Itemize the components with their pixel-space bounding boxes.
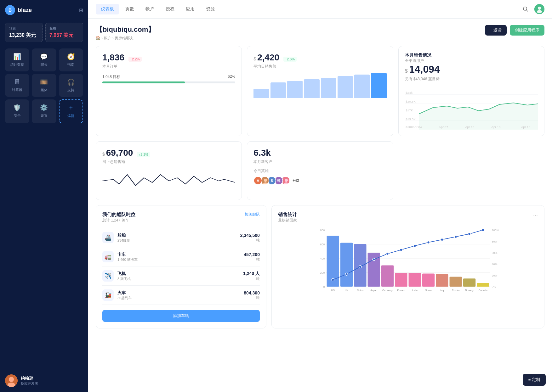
truck-icon: 🚛: [102, 251, 114, 262]
truck-count: 1,460 辆卡车: [117, 257, 244, 262]
page-title-section: 【biqubiqu.com】 🏠 › 帐户 › 奥弗维耶夫: [96, 25, 155, 41]
sales-card-title-section: 本月销售情况 全渠道用户: [405, 53, 431, 64]
svg-text:$13.5K: $13.5K: [406, 117, 416, 120]
sidebar-logo: B blaze ⊞: [5, 5, 83, 15]
page-title: 【biqubiqu.com】: [96, 25, 155, 34]
svg-text:UK: UK: [345, 289, 349, 292]
sidebar-item-chat[interactable]: 💬 聊天: [32, 48, 56, 71]
svg-point-69: [332, 278, 334, 281]
chat-label: 聊天: [41, 62, 48, 67]
svg-text:400: 400: [320, 257, 325, 260]
customers-value: 6.3k: [253, 148, 271, 158]
svg-text:US: US: [331, 289, 335, 292]
sales-title: 本月销售情况: [405, 53, 431, 58]
chart-header: 销售统计 最畅销国家 ···: [278, 212, 538, 223]
tab-apps[interactable]: 应用: [181, 4, 200, 14]
sidebar-item-media[interactable]: 🎞️ 媒体: [32, 74, 56, 97]
fleet-item-truck: 🚛 卡车 1,460 辆卡车 457,200 吨: [102, 247, 260, 266]
svg-point-1: [9, 377, 14, 382]
train-unit: 吨: [244, 295, 260, 300]
plane-value: 1,240 人 吨: [243, 271, 260, 281]
fleet-title: 我们的船队吨位: [102, 212, 135, 218]
tab-pages[interactable]: 页数: [120, 4, 139, 14]
sales-amount: 14,094: [409, 64, 440, 75]
svg-text:Italy: Italy: [440, 289, 444, 292]
search-button[interactable]: [521, 4, 531, 14]
hero-avatar-1: A: [253, 176, 262, 185]
expense-label: 花费: [49, 26, 79, 31]
tab-resources[interactable]: 资源: [201, 4, 220, 14]
page-header: 【biqubiqu.com】 🏠 › 帐户 › 奥弗维耶夫 + 邀请 创建应用程…: [96, 25, 544, 41]
sidebar-item-compass[interactable]: 🧭 指南: [59, 48, 83, 71]
user-more-icon[interactable]: ⋯: [78, 378, 83, 384]
add-vehicle-button[interactable]: 添加车辆: [102, 310, 260, 322]
fleet-item-train: 🚂 火车 36趟列车 804,300 吨: [102, 286, 260, 305]
create-app-button[interactable]: 创建应用程序: [510, 25, 544, 36]
sidebar-item-add[interactable]: + 添新: [59, 99, 83, 123]
sidebar-item-calculator[interactable]: 🖩 计算器: [5, 74, 29, 97]
svg-point-72: [373, 258, 375, 261]
svg-point-24: [264, 179, 267, 182]
train-value: 804,300 吨: [244, 290, 260, 300]
chart-title-section: 销售统计 最畅销国家: [278, 212, 297, 223]
invite-button[interactable]: + 邀请: [485, 25, 507, 36]
train-icon: 🚂: [102, 289, 114, 301]
train-count: 36趟列车: [117, 296, 244, 300]
heroes-count: +42: [293, 178, 299, 183]
sidebar-item-settings[interactable]: ⚙️ 设置: [32, 99, 56, 123]
plane-icon: ✈️: [102, 270, 114, 282]
svg-point-25: [263, 182, 268, 185]
view-team-link[interactable]: 检阅舰队: [245, 212, 260, 217]
svg-point-80: [482, 229, 484, 231]
svg-text:Russia: Russia: [452, 289, 460, 292]
bottom-grid: 我们的船队吨位 总计 1,247 辆车 检阅舰队 🚢 船舶 234艘艇 2,34…: [96, 205, 544, 328]
add-label: 添新: [67, 114, 74, 118]
total-currency: $: [102, 152, 106, 157]
support-label: 支持: [67, 88, 74, 92]
avg-sales-header: $ 2,420 ↑2.6%: [253, 53, 386, 63]
chart-more-dots[interactable]: ···: [533, 212, 538, 218]
wavy-chart: [102, 168, 235, 193]
total-sales-badge: ↑2.2%: [137, 152, 151, 157]
sidebar-item-security[interactable]: 🛡️ 安全: [5, 99, 29, 123]
sidebar-item-support[interactable]: 🎧 支持: [59, 74, 83, 97]
sales-remaining: 另有 $48,346 至目标: [405, 76, 538, 82]
svg-point-79: [468, 233, 470, 235]
sales-more-dots[interactable]: ···: [533, 53, 538, 59]
svg-rect-47: [340, 243, 353, 287]
main-content: 仪表板 页数 帐户 授权 应用 资源 【biqubiqu.com】 🏠 › 帐户…: [88, 0, 552, 392]
svg-point-7: [537, 10, 542, 13]
monthly-sales-card: 本月销售情况 全渠道用户 ··· $ 14,094 另有 $48,346 至目标: [398, 46, 544, 136]
svg-text:Apr 07: Apr 07: [439, 125, 448, 128]
expense-value: 7,057 美元: [49, 32, 79, 39]
user-info: 约翰逊 反应开发者: [21, 376, 78, 386]
truck-unit: 吨: [244, 257, 260, 262]
svg-point-76: [427, 241, 430, 244]
sidebar-item-analytics[interactable]: 📊 统计数据: [5, 48, 29, 71]
breadcrumb: 🏠 › 帐户 › 奥弗维耶夫: [96, 36, 155, 41]
tab-dashboard[interactable]: 仪表板: [96, 4, 119, 14]
customize-button[interactable]: ≡ 定制: [523, 374, 546, 386]
top-user-avatar[interactable]: [534, 4, 544, 14]
tab-auth[interactable]: 授权: [161, 4, 179, 14]
second-row: $ 69,700 ↑2.2% 网上总销售额 6.3k 本月新客户: [96, 141, 544, 200]
avg-sales-value: 2,420: [257, 53, 279, 62]
svg-rect-55: [395, 273, 407, 287]
svg-text:20%: 20%: [492, 274, 497, 277]
svg-text:200: 200: [320, 271, 325, 274]
svg-rect-67: [477, 283, 489, 287]
budget-cards: 预算 13,230 美元 花费 7,057 美元: [5, 23, 83, 42]
chat-icon: 💬: [40, 53, 48, 60]
fleet-card: 我们的船队吨位 总计 1,247 辆车 检阅舰队 🚢 船舶 234艘艇 2,34…: [96, 205, 266, 328]
sidebar-settings-icon[interactable]: ⊞: [79, 7, 83, 13]
svg-point-6: [538, 7, 541, 10]
svg-text:Apr 16: Apr 16: [521, 125, 530, 128]
tab-account[interactable]: 帐户: [140, 4, 159, 14]
customers-label: 本月新客户: [253, 159, 386, 165]
sales-chart-card: 销售统计 最畅销国家 ··· 0200400600800100%80%60%40…: [271, 205, 544, 328]
avg-sales-label: 平均日销售额: [253, 64, 386, 69]
add-icon: +: [69, 104, 73, 112]
security-icon: 🛡️: [13, 104, 21, 111]
svg-rect-57: [408, 273, 421, 287]
chart-sub: 最畅销国家: [278, 218, 297, 223]
